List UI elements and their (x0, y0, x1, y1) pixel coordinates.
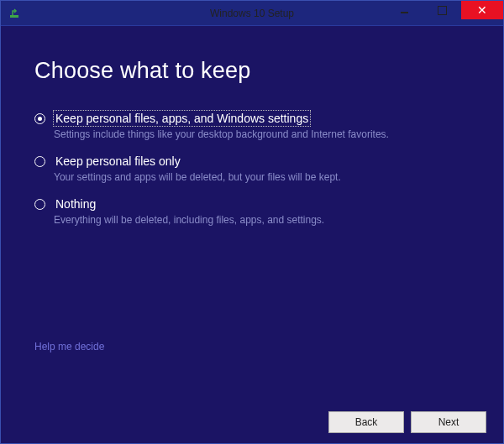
back-button[interactable]: Back (328, 411, 404, 433)
radio-icon[interactable] (34, 113, 45, 124)
option-description: Settings include things like your deskto… (54, 128, 470, 142)
next-button[interactable]: Next (411, 411, 486, 433)
footer: Back Next (1, 401, 503, 443)
page-heading: Choose what to keep (34, 58, 470, 84)
setup-window: Windows 10 Setup ✕ Choose what to keep K… (0, 0, 504, 444)
option-label: Nothing (54, 196, 97, 212)
radio-icon[interactable] (34, 156, 45, 167)
minimize-button[interactable] (386, 1, 423, 19)
option-text: Keep personal files onlyYour settings an… (54, 154, 470, 185)
window-title: Windows 10 Setup (210, 8, 294, 19)
help-me-decide-link[interactable]: Help me decide (34, 341, 104, 353)
options-group: Keep personal files, apps, and Windows s… (34, 111, 470, 227)
option-text: NothingEverything will be deleted, inclu… (54, 196, 470, 227)
option-description: Everything will be deleted, including fi… (54, 213, 470, 227)
option-label: Keep personal files only (54, 154, 182, 169)
option-1[interactable]: Keep personal files onlyYour settings an… (34, 154, 470, 185)
titlebar: Windows 10 Setup ✕ (1, 1, 503, 26)
app-icon (8, 7, 21, 20)
option-description: Your settings and apps will be deleted, … (54, 170, 470, 185)
radio-icon[interactable] (34, 199, 45, 210)
svg-rect-0 (10, 15, 18, 18)
close-icon: ✕ (477, 4, 487, 16)
maximize-button[interactable] (423, 1, 461, 19)
option-label: Keep personal files, apps, and Windows s… (54, 111, 310, 126)
option-text: Keep personal files, apps, and Windows s… (54, 111, 470, 142)
window-controls: ✕ (386, 1, 503, 25)
close-button[interactable]: ✕ (461, 1, 503, 19)
option-2[interactable]: NothingEverything will be deleted, inclu… (34, 196, 470, 227)
option-0[interactable]: Keep personal files, apps, and Windows s… (34, 111, 470, 142)
content-area: Choose what to keep Keep personal files,… (1, 26, 503, 401)
